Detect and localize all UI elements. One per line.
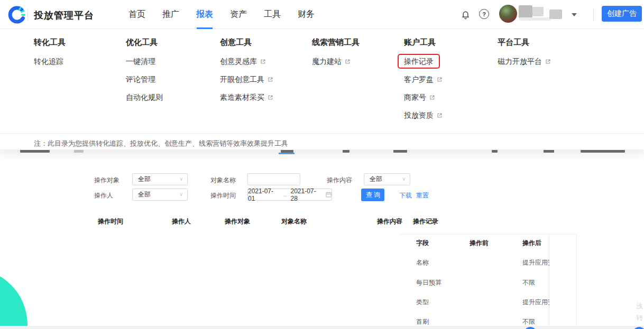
external-link-icon — [268, 77, 273, 82]
clipped-text-fragment — [492, 150, 498, 153]
detail-field-cell: 类型 — [416, 298, 429, 307]
calendar-icon — [326, 192, 332, 198]
operation-object-label: 操作对象 — [94, 176, 119, 185]
reset-link[interactable]: 重置 — [416, 191, 429, 200]
create-ad-button[interactable]: 创建广告 — [602, 6, 642, 22]
platform-logo-icon[interactable] — [7, 5, 26, 24]
detail-field-cell: 名称 — [416, 258, 429, 267]
detail-table-top-border — [399, 234, 576, 234]
detail-after-cell: 提升应用安装 — [522, 258, 549, 267]
nav-item-1[interactable]: 首页 — [128, 0, 145, 29]
divider — [27, 9, 28, 21]
notifications-bell-icon[interactable] — [460, 8, 471, 21]
table-column-header: 操作内容 — [377, 217, 402, 226]
menu-column-title: 转化工具 — [34, 37, 66, 48]
menu-item[interactable]: 商家号 — [404, 93, 443, 101]
external-link-icon — [545, 59, 551, 64]
redacted-username — [519, 5, 532, 18]
menu-column-4: 线索营销工具魔力建站 — [312, 37, 360, 76]
highlighted-menu-item-label: 操作记录 — [398, 54, 440, 69]
menu-item[interactable]: 客户罗盘 — [404, 76, 443, 83]
external-link-icon — [437, 77, 443, 82]
table-column-header: 对象名称 — [281, 217, 307, 226]
redacted-username — [532, 7, 544, 16]
menu-item[interactable]: 创意灵感库 — [220, 58, 273, 65]
menu-item[interactable]: 操作记录 — [404, 58, 443, 65]
object-name-input[interactable] — [247, 173, 300, 185]
operation-content-select[interactable]: 全部 ∨ — [364, 173, 410, 185]
menu-item[interactable]: 转化追踪 — [34, 58, 66, 65]
bottom-scrollbar-track[interactable] — [0, 326, 644, 329]
operation-content-value: 全部 — [370, 175, 382, 183]
nav-item-5[interactable]: 工具 — [264, 0, 281, 29]
menu-column-title: 账户工具 — [404, 37, 443, 48]
external-link-icon — [260, 59, 266, 64]
object-name-label: 对象名称 — [210, 176, 236, 185]
account-chevron-down-icon[interactable] — [572, 13, 577, 16]
menu-item-label: 创意灵感库 — [220, 58, 257, 65]
menu-column-title: 线索营销工具 — [312, 37, 360, 48]
menu-column-items: 一键清理评论管理自动化规则 — [126, 58, 163, 101]
menu-item-label: 素造素材采买 — [220, 93, 264, 101]
operation-content-label: 操作内容 — [327, 176, 352, 185]
menu-item[interactable]: 磁力开放平台 — [498, 58, 551, 65]
nav-item-3[interactable]: 报表 — [196, 0, 213, 29]
date-arrow-icon: → — [282, 192, 288, 198]
operation-object-select[interactable]: 全部 ∨ — [132, 173, 188, 185]
chevron-down-icon: ∨ — [402, 174, 406, 185]
nav-item-2[interactable]: 推广 — [162, 0, 179, 29]
menu-item[interactable]: 自动化规则 — [126, 93, 163, 101]
menu-item-label: 客户罗盘 — [404, 76, 434, 83]
table-column-header: 操作对象 — [225, 217, 250, 226]
detail-field-cell: 首刷 — [416, 317, 429, 326]
user-avatar[interactable] — [499, 5, 517, 23]
menu-item-label: 一键清理 — [126, 58, 155, 65]
top-navigation-bar: 投放管理平台 首页推广报表资产工具财务 ? 创建广告 — [0, 0, 644, 29]
menu-item[interactable]: 素造素材采买 — [220, 93, 273, 101]
chevron-down-icon: ∨ — [179, 189, 183, 200]
download-link[interactable]: 下载 — [399, 191, 412, 200]
clipped-text-fragment — [581, 150, 625, 153]
menu-column-items: 转化追踪 — [34, 58, 66, 65]
detail-column-header: 操作前 — [470, 239, 489, 248]
clipped-page-strip — [0, 149, 644, 155]
clipped-text-fragment — [544, 150, 554, 153]
detail-after-cell: 不限 — [522, 278, 549, 287]
menu-item[interactable]: 一键清理 — [126, 58, 163, 65]
operation-time-label: 操作时间 — [210, 191, 236, 200]
main-nav: 首页推广报表资产工具财务 — [128, 0, 315, 29]
operator-label: 操作人 — [94, 191, 113, 200]
menu-item-label: 魔力建站 — [312, 58, 342, 65]
menu-column-5: 账户工具操作记录客户罗盘商家号投放资质 — [404, 37, 443, 129]
nav-item-4[interactable]: 资产 — [230, 0, 247, 29]
menu-item[interactable]: 开眼创意工具 — [220, 76, 273, 83]
menu-column-6: 平台工具磁力开放平台 — [498, 37, 551, 76]
clipped-text-fragment — [74, 150, 84, 153]
menu-column-title: 平台工具 — [498, 37, 551, 48]
clipped-active-tab-underline — [279, 153, 295, 154]
clipped-text-fragment — [20, 150, 50, 153]
menu-item[interactable]: 魔力建站 — [312, 58, 360, 65]
menu-item-label: 转化追踪 — [34, 58, 63, 65]
menu-note-row: 注：此目录为您提供转化追踪、投放优化、创意生产、线索营销等效率效果提升工具 — [0, 133, 644, 134]
help-icon[interactable]: ? — [479, 9, 489, 19]
clipped-text-fragment — [393, 150, 407, 153]
nav-item-label: 首页 — [128, 9, 145, 20]
date-end: 2021-07-28 — [291, 187, 323, 202]
menu-column-items: 磁力开放平台 — [498, 58, 551, 65]
search-button[interactable]: 查询 — [361, 189, 384, 201]
menu-item[interactable]: 评论管理 — [126, 76, 163, 83]
teal-circle-decoration — [0, 268, 27, 329]
menu-column-title: 创意工具 — [220, 37, 273, 48]
menu-item-label: 开眼创意工具 — [220, 76, 264, 83]
nav-item-label: 推广 — [162, 9, 179, 20]
menu-item[interactable]: 投放资质 — [404, 111, 443, 119]
external-link-icon — [429, 95, 435, 100]
menu-item-label: 投放资质 — [404, 111, 434, 119]
nav-item-6[interactable]: 财务 — [298, 0, 315, 29]
menu-column-1: 转化工具转化追踪 — [34, 37, 66, 76]
date-range-picker[interactable]: 2021-07-01 → 2021-07-28 — [247, 189, 332, 201]
menu-column-items: 操作记录客户罗盘商家号投放资质 — [404, 58, 443, 119]
tools-mega-menu: 转化工具转化追踪优化工具一键清理评论管理自动化规则创意工具创意灵感库开眼创意工具… — [0, 29, 644, 149]
operator-select[interactable]: 全部 ∨ — [132, 189, 188, 201]
